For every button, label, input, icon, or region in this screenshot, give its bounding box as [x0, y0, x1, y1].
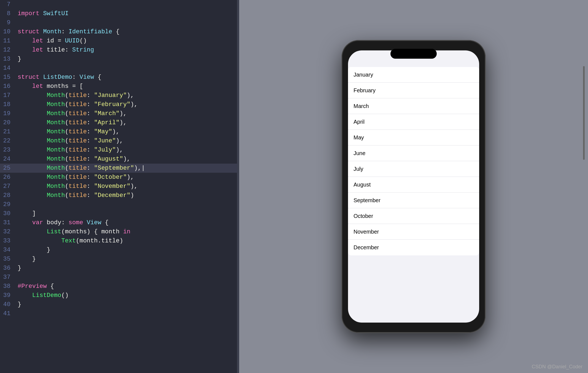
line-number: 17 [0, 91, 15, 100]
month-label: December [354, 244, 379, 251]
line-content: Month(title: "October"), [15, 173, 237, 182]
code-line-37: 37 [0, 273, 237, 282]
list-item[interactable]: June [348, 145, 479, 161]
line-number: 8 [0, 9, 15, 18]
code-area: 7 8 import SwiftUI 9 10 struct Month: Id… [0, 0, 237, 373]
code-line-15: 15 struct ListDemo: View { [0, 73, 237, 82]
code-line-36: 36 } [0, 264, 237, 273]
month-label: February [354, 87, 376, 94]
line-content: Month(title: "August"), [15, 155, 237, 164]
line-content: Month(title: "April"), [15, 118, 237, 127]
code-line-7: 7 [0, 0, 237, 9]
month-label: September [354, 197, 381, 204]
line-number: 13 [0, 55, 15, 64]
line-content: } [15, 255, 237, 264]
code-line-28: 28 Month(title: "December") [0, 191, 237, 200]
code-line-34: 34 } [0, 245, 237, 255]
month-label: August [354, 182, 371, 188]
month-label: October [354, 213, 373, 219]
code-line-23: 23 Month(title: "July"), [0, 145, 237, 155]
line-content: Month(title: "September"),| [15, 164, 237, 173]
line-number: 15 [0, 73, 15, 82]
code-line-21: 21 Month(title: "May"), [0, 127, 237, 136]
list-item[interactable]: May [348, 130, 479, 145]
code-line-22: 22 Month(title: "June"), [0, 136, 237, 145]
line-content: let months = [ [15, 82, 237, 91]
code-line-31: 31 var body: some View { [0, 218, 237, 227]
line-content: List(months) { month in [15, 227, 237, 236]
month-label: July [354, 166, 363, 172]
months-list: January February March April May June [348, 67, 479, 255]
code-line-19: 19 Month(title: "March"), [0, 109, 237, 118]
line-content: struct Month: Identifiable { [15, 27, 237, 36]
code-line-11: 11 let id = UUID() [0, 36, 237, 45]
preview-scrollbar[interactable] [583, 66, 585, 160]
line-number: 41 [0, 309, 15, 318]
code-line-13: 13 } [0, 55, 237, 64]
line-number: 26 [0, 173, 15, 182]
month-label: March [354, 103, 369, 109]
line-number: 16 [0, 82, 15, 91]
line-content: struct ListDemo: View { [15, 73, 237, 82]
line-content: ] [15, 209, 237, 218]
code-line-17: 17 Month(title: "January"), [0, 91, 237, 100]
line-number: 22 [0, 136, 15, 145]
line-content: Month(title: "December") [15, 191, 237, 200]
code-line-18: 18 Month(title: "February"), [0, 100, 237, 109]
list-item[interactable]: November [348, 224, 479, 240]
line-number: 24 [0, 155, 15, 164]
list-item[interactable]: October [348, 208, 479, 224]
line-number: 35 [0, 255, 15, 264]
line-content: let title: String [15, 45, 237, 55]
month-label: May [354, 134, 364, 141]
line-number: 34 [0, 245, 15, 255]
line-number: 37 [0, 273, 15, 282]
code-line-39: 39 ListDemo() [0, 291, 237, 300]
line-number: 31 [0, 218, 15, 227]
line-content [15, 309, 237, 318]
code-line-27: 27 Month(title: "November"), [0, 182, 237, 191]
month-label: June [354, 150, 365, 156]
line-content: Month(title: "June"), [15, 136, 237, 145]
code-line-40: 40 } [0, 300, 237, 309]
watermark: CSDN @Daniel_Coder [532, 364, 582, 370]
list-item[interactable]: April [348, 114, 479, 130]
list-item[interactable]: July [348, 161, 479, 177]
line-content: } [15, 300, 237, 309]
month-label: April [354, 119, 365, 125]
line-content: } [15, 55, 237, 64]
line-content: Month(title: "July"), [15, 145, 237, 155]
code-line-14: 14 [0, 64, 237, 73]
line-number: 29 [0, 200, 15, 209]
line-number: 12 [0, 45, 15, 55]
iphone-frame: January February March April May June [342, 40, 485, 333]
list-item[interactable]: March [348, 98, 479, 114]
code-line-41: 41 [0, 309, 237, 318]
line-content: Month(title: "November"), [15, 182, 237, 191]
list-item[interactable]: September [348, 193, 479, 208]
preview-panel: January February March April May June [239, 0, 588, 373]
line-number: 33 [0, 236, 15, 245]
list-item[interactable]: December [348, 240, 479, 255]
line-content: let id = UUID() [15, 36, 237, 45]
line-number: 30 [0, 209, 15, 218]
iphone-screen: January February March April May June [348, 50, 479, 323]
line-content [15, 273, 237, 282]
list-item[interactable]: January [348, 67, 479, 83]
line-content: Month(title: "March"), [15, 109, 237, 118]
line-content [15, 0, 237, 9]
code-line-29: 29 [0, 200, 237, 209]
code-line-32: 32 List(months) { month in [0, 227, 237, 236]
month-label: January [354, 72, 373, 78]
code-line-20: 20 Month(title: "April"), [0, 118, 237, 127]
line-number: 28 [0, 191, 15, 200]
line-content: #Preview { [15, 282, 237, 291]
list-item[interactable]: August [348, 177, 479, 193]
code-line-38: 38 #Preview { [0, 282, 237, 291]
line-content: } [15, 264, 237, 273]
panel-divider [237, 0, 239, 373]
dynamic-island [390, 49, 437, 59]
code-line-16: 16 let months = [ [0, 82, 237, 91]
list-item[interactable]: February [348, 83, 479, 98]
line-number: 32 [0, 227, 15, 236]
